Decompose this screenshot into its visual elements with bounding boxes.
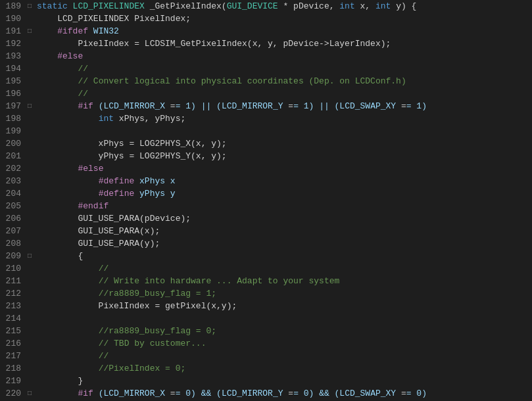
line-number: 202 [0, 162, 25, 175]
line-number: 201 [0, 150, 25, 162]
line-number: 218 [0, 362, 25, 375]
line-content: PixelIndex = getPixel(x,y); [34, 300, 532, 312]
fold-icon [25, 275, 34, 287]
line-content: // [34, 62, 532, 75]
line-content: // Write into hardware ... Adapt to your… [34, 275, 532, 287]
line-content: GUI_USE_PARA(pDevice); [34, 212, 532, 225]
line-content: LCD_PIXELINDEX PixelIndex; [34, 12, 532, 25]
fold-icon [25, 62, 34, 75]
fold-icon [25, 300, 34, 312]
fold-icon [25, 212, 34, 225]
code-line: 199 [0, 125, 532, 137]
line-content: #ifdef WIN32 [34, 25, 532, 37]
fold-icon [25, 225, 34, 237]
line-number: 213 [0, 300, 25, 312]
code-line: 198 int xPhys, yPhys; [0, 112, 532, 125]
code-line: 194 // [0, 62, 532, 75]
line-number: 192 [0, 37, 25, 50]
fold-icon[interactable]: □ [25, 25, 34, 37]
line-content: int xPhys, yPhys; [34, 112, 532, 125]
fold-icon[interactable]: □ [25, 250, 34, 262]
fold-icon [25, 200, 34, 212]
line-number: 190 [0, 12, 25, 25]
line-number: 196 [0, 87, 25, 100]
code-line: 201 yPhys = LOG2PHYS_Y(x, y); [0, 150, 532, 162]
line-number: 215 [0, 325, 25, 337]
code-line: 211 // Write into hardware ... Adapt to … [0, 275, 532, 287]
fold-icon [25, 287, 34, 300]
code-line: 191□ #ifdef WIN32 [0, 25, 532, 37]
fold-icon [25, 237, 34, 250]
line-number: 211 [0, 275, 25, 287]
line-content: #define yPhys y [34, 187, 532, 200]
code-line: 189□static LCD_PIXELINDEX _GetPixelIndex… [0, 0, 532, 12]
code-line: 208 GUI_USE_PARA(y); [0, 237, 532, 250]
line-content: } [34, 375, 532, 387]
fold-icon [25, 350, 34, 362]
line-content: // [34, 87, 532, 100]
code-line: 214 [0, 312, 532, 325]
line-content: #if (LCD_MIRROR_X == 1) || (LCD_MIRROR_Y… [34, 100, 532, 112]
code-line: 207 GUI_USE_PARA(x); [0, 225, 532, 237]
code-line: 210 // [0, 262, 532, 275]
line-content: //ra8889_busy_flag = 1; [34, 287, 532, 300]
code-line: 190 LCD_PIXELINDEX PixelIndex; [0, 12, 532, 25]
code-line: 204 #define yPhys y [0, 187, 532, 200]
line-content: { [34, 250, 532, 262]
fold-icon [25, 162, 34, 175]
line-content: // [34, 350, 532, 362]
code-line: 193 #else [0, 50, 532, 62]
code-line: 217 // [0, 350, 532, 362]
code-line: 220□ #if (LCD_MIRROR_X == 0) && (LCD_MIR… [0, 387, 532, 400]
line-content: #define xPhys x [34, 175, 532, 187]
line-content: #else [34, 162, 532, 175]
line-number: 198 [0, 112, 25, 125]
fold-icon [25, 262, 34, 275]
line-number: 200 [0, 137, 25, 150]
fold-icon [25, 37, 34, 50]
fold-icon [25, 125, 34, 137]
line-number: 205 [0, 200, 25, 212]
line-content: #if (LCD_MIRROR_X == 0) && (LCD_MIRROR_Y… [34, 387, 532, 400]
line-content: #endif [34, 200, 532, 212]
line-number: 219 [0, 375, 25, 387]
line-number: 197 [0, 100, 25, 112]
line-number: 195 [0, 75, 25, 87]
fold-icon [25, 112, 34, 125]
line-number: 217 [0, 350, 25, 362]
code-line: 197□ #if (LCD_MIRROR_X == 1) || (LCD_MIR… [0, 100, 532, 112]
line-content [34, 312, 532, 325]
line-number: 212 [0, 287, 25, 300]
fold-icon [25, 12, 34, 25]
line-number: 209 [0, 250, 25, 262]
line-number: 210 [0, 262, 25, 275]
fold-icon [25, 87, 34, 100]
line-number: 204 [0, 187, 25, 200]
line-content: // [34, 262, 532, 275]
fold-icon[interactable]: □ [25, 387, 34, 400]
code-line: 206 GUI_USE_PARA(pDevice); [0, 212, 532, 225]
line-number: 203 [0, 175, 25, 187]
code-line: 200 xPhys = LOG2PHYS_X(x, y); [0, 137, 532, 150]
line-number: 194 [0, 62, 25, 75]
fold-icon [25, 150, 34, 162]
code-line: 192 PixelIndex = LCDSIM_GetPixelIndex(x,… [0, 37, 532, 50]
fold-icon[interactable]: □ [25, 100, 34, 112]
fold-icon [25, 337, 34, 350]
code-line: 212 //ra8889_busy_flag = 1; [0, 287, 532, 300]
line-number: 216 [0, 337, 25, 350]
fold-icon [25, 362, 34, 375]
line-number: 193 [0, 50, 25, 62]
code-line: 218 //PixelIndex = 0; [0, 362, 532, 375]
code-line: 213 PixelIndex = getPixel(x,y); [0, 300, 532, 312]
code-line: 209□ { [0, 250, 532, 262]
line-number: 220 [0, 387, 25, 400]
fold-icon [25, 187, 34, 200]
line-number: 214 [0, 312, 25, 325]
fold-icon [25, 175, 34, 187]
fold-icon [25, 75, 34, 87]
line-content: yPhys = LOG2PHYS_Y(x, y); [34, 150, 532, 162]
line-number: 206 [0, 212, 25, 225]
fold-icon[interactable]: □ [25, 0, 34, 12]
line-number: 208 [0, 237, 25, 250]
